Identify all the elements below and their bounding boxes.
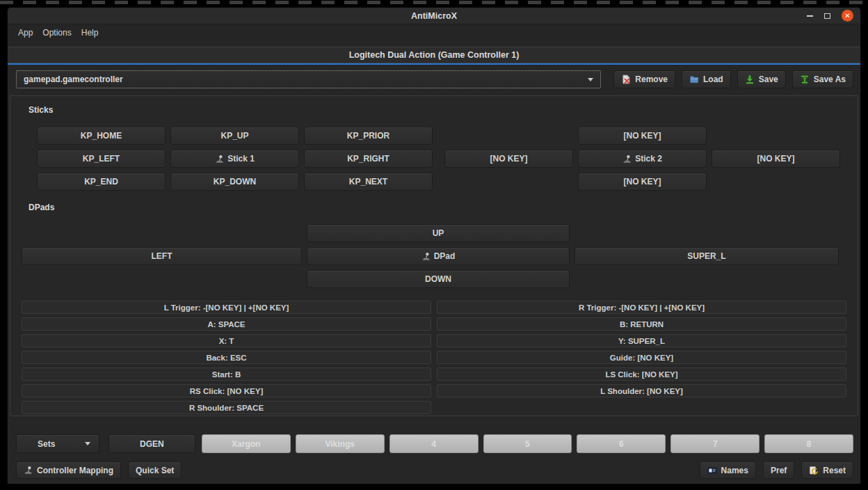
l-trigger-button[interactable]: L Trigger: -[NO KEY] | +[NO KEY] [22, 301, 431, 314]
stick2-label: Stick 2 [635, 154, 662, 164]
save-as-icon [800, 74, 810, 84]
load-button[interactable]: Load [682, 70, 731, 88]
stick1-right-button[interactable]: KP_RIGHT [304, 150, 433, 168]
controller-tab[interactable]: Logitech Dual Action (Game Controller 1) [8, 47, 860, 63]
sticks-section-label: Sticks [29, 105, 858, 116]
dpad-right-button[interactable]: SUPER_L [574, 247, 839, 265]
menu-bar: App Options Help [8, 24, 860, 41]
stick2-down-button[interactable]: [NO KEY] [578, 173, 707, 191]
profile-select-value: gamepad.gamecontroller [24, 74, 123, 84]
r-shoulder-button[interactable]: R Shoulder: SPACE [22, 401, 431, 414]
stick1-label: Stick 1 [227, 154, 255, 164]
controller-mapping-button[interactable]: Controller Mapping [16, 461, 121, 479]
menu-help[interactable]: Help [81, 28, 99, 38]
joystick-icon [421, 252, 431, 261]
dpad-left-button[interactable]: LEFT [22, 247, 302, 265]
stick1-down-left-button[interactable]: KP_END [37, 173, 166, 191]
stick1-left-button[interactable]: KP_LEFT [37, 150, 166, 168]
pref-button[interactable]: Pref [763, 461, 794, 479]
stick2-up-button[interactable]: [NO KEY] [578, 127, 707, 145]
ls-click-button[interactable]: LS Click: [NO KEY] [437, 368, 846, 381]
save-button[interactable]: Save [737, 70, 786, 88]
left-stick-grid: KP_HOME KP_UP KP_PRIOR KP_LEFT Stick 1 K… [37, 127, 433, 191]
save-as-button-label: Save As [814, 74, 846, 84]
pref-label: Pref [771, 466, 787, 475]
set-tab-5[interactable]: 5 [483, 434, 572, 453]
stick1-up-left-button[interactable]: KP_HOME [37, 127, 166, 145]
sticks-grids: KP_HOME KP_UP KP_PRIOR KP_LEFT Stick 1 K… [37, 127, 858, 191]
stick1-down-right-button[interactable]: KP_NEXT [304, 173, 433, 191]
stick1-up-right-button[interactable]: KP_PRIOR [304, 127, 433, 145]
set-tab-4[interactable]: 4 [389, 434, 479, 453]
controller-mapping-label: Controller Mapping [37, 466, 113, 475]
reset-label: Reset [823, 466, 846, 475]
x-button[interactable]: X: T [22, 334, 431, 347]
stick2-right-button[interactable]: [NO KEY] [712, 150, 840, 168]
maximize-icon[interactable] [824, 13, 830, 19]
set-tab-6[interactable]: 6 [577, 434, 666, 453]
r-trigger-button[interactable]: R Trigger: -[NO KEY] | +[NO KEY] [437, 301, 846, 314]
dpad-label: DPad [434, 251, 456, 261]
set-tab-7[interactable]: 7 [670, 434, 760, 453]
remove-button[interactable]: Remove [613, 70, 675, 88]
stick2-left-button[interactable]: [NO KEY] [444, 150, 573, 168]
y-button[interactable]: Y: SUPER_L [437, 334, 846, 347]
dpad-center-button[interactable]: DPad [307, 247, 570, 265]
quick-set-label: Quick Set [136, 466, 174, 475]
menu-options[interactable]: Options [42, 28, 71, 38]
set-tab-1[interactable]: DGEN [108, 434, 195, 453]
names-icon [707, 466, 717, 475]
remove-icon [621, 74, 631, 84]
names-label: Names [721, 466, 748, 475]
dpad-up-button[interactable]: UP [307, 224, 570, 242]
profile-select[interactable]: gamepad.gamecontroller [16, 70, 601, 88]
menu-app[interactable]: App [18, 28, 33, 38]
dpad-grid: UP LEFT DPad SUPER_L DOWN [22, 224, 858, 288]
joystick-icon [24, 466, 33, 475]
chevron-down-icon [588, 78, 593, 81]
stick2-center-button[interactable]: Stick 2 [578, 150, 707, 168]
desktop-edge-pattern [0, 1, 868, 4]
set-tab-8[interactable]: 8 [764, 434, 853, 453]
sets-dropdown-label: Sets [38, 439, 55, 449]
buttons-list: L Trigger: -[NO KEY] | +[NO KEY] R Trigg… [22, 301, 858, 414]
stick1-up-button[interactable]: KP_UP [170, 127, 299, 145]
window-title: AntiMicroX [8, 11, 860, 21]
stick1-center-button[interactable]: Stick 1 [170, 150, 299, 168]
save-button-label: Save [759, 74, 778, 84]
dpad-down-button[interactable]: DOWN [307, 270, 570, 288]
joystick-icon [215, 155, 224, 164]
set-tab-2[interactable]: Xargon [202, 434, 291, 453]
right-stick-grid: [NO KEY] [NO KEY] Stick 2 [NO KEY] [NO K… [444, 127, 840, 191]
chevron-down-icon [85, 442, 90, 445]
save-icon [745, 74, 755, 84]
close-icon[interactable]: ✕ [842, 10, 853, 22]
controller-mapping-panel: Sticks KP_HOME KP_UP KP_PRIOR KP_LEFT St… [10, 95, 858, 416]
b-button[interactable]: B: RETURN [437, 317, 846, 331]
a-button[interactable]: A: SPACE [22, 317, 431, 331]
guide-button[interactable]: Guide: [NO KEY] [437, 351, 846, 364]
tab-accent-line [8, 63, 860, 65]
controller-tab-label: Logitech Dual Action (Game Controller 1) [349, 50, 520, 60]
save-as-button[interactable]: Save As [792, 70, 853, 88]
reset-button[interactable]: Reset [801, 461, 853, 479]
dpads-section-label: DPads [29, 203, 858, 213]
sets-dropdown[interactable]: Sets [16, 434, 99, 453]
joystick-icon [622, 155, 632, 164]
minimize-icon[interactable] [807, 15, 813, 17]
title-bar[interactable]: AntiMicroX ✕ [8, 8, 860, 24]
bottom-bar: Controller Mapping Quick Set Names Pref … [16, 461, 853, 479]
sets-bar: Sets DGEN Xargon Vikings 4 5 6 7 8 [16, 434, 853, 453]
set-tab-3[interactable]: Vikings [296, 434, 385, 453]
names-button[interactable]: Names [700, 461, 756, 479]
folder-icon [689, 74, 699, 84]
profile-bar: gamepad.gamecontroller Remove Load [16, 70, 853, 88]
l-shoulder-button[interactable]: L Shoulder: [NO KEY] [437, 384, 846, 397]
remove-button-label: Remove [635, 74, 668, 84]
stick1-down-button[interactable]: KP_DOWN [170, 173, 299, 191]
start-button[interactable]: Start: B [22, 368, 431, 381]
antimicrox-window: AntiMicroX ✕ App Options Help Logitech D… [7, 7, 861, 484]
back-button[interactable]: Back: ESC [22, 351, 431, 364]
quick-set-button[interactable]: Quick Set [128, 461, 182, 479]
rs-click-button[interactable]: RS Click: [NO KEY] [22, 384, 431, 397]
